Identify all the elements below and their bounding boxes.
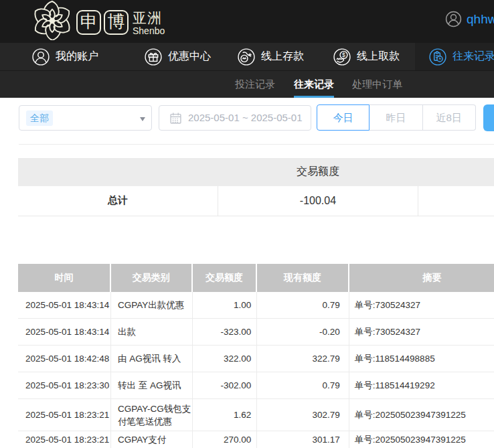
- svg-text:$: $: [342, 52, 345, 58]
